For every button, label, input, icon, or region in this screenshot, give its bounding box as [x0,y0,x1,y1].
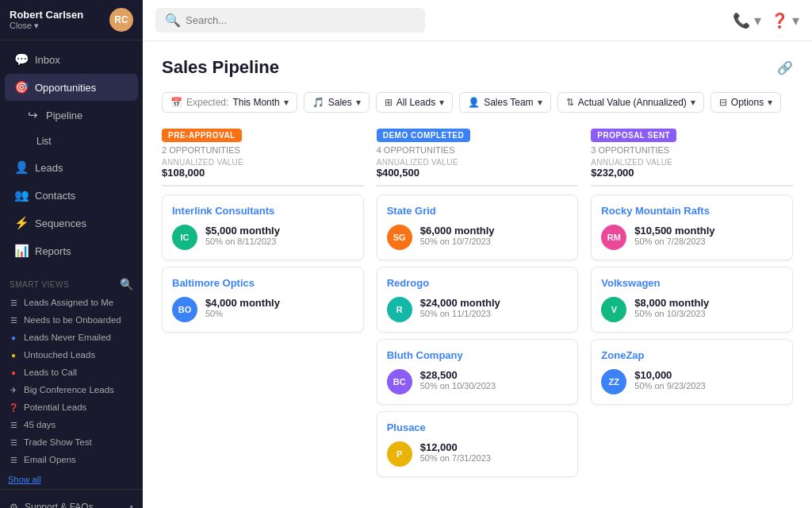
sidebar-item-label: Inbox [35,54,60,66]
smart-view-email-opens[interactable]: ☰ Email Opens [0,451,143,468]
filter-all-leads[interactable]: ⊞ All Leads ▾ [376,92,453,113]
sidebar-close-btn[interactable]: Close ▾ [10,21,83,31]
smart-view-leads-never-emailed[interactable]: ● Leads Never Emailed [0,329,143,346]
sidebar-item-leads[interactable]: 👤 Leads [5,154,138,181]
avatar[interactable]: RC [109,8,133,32]
card-body: R $24,000 monthly 50% on 11/1/2023 [387,297,569,322]
card-info: $28,500 50% on 10/30/2023 [420,369,569,391]
sidebar-item-label: Contacts [35,190,75,202]
card-company-name: Redrogo [387,277,569,289]
smart-view-needs-onboarded[interactable]: ☰ Needs to be Onboarded [0,311,143,329]
sidebar-item-opportunities[interactable]: 🎯 Opportunities [5,74,138,101]
table-icon: ⊟ [719,97,727,108]
card-company-name: Rocky Mountain Rafts [601,205,783,217]
filter-bar: 📅 Expected: This Month ▾ 🎵 Sales ▾ ⊞ All… [162,92,793,113]
filter-actual-value[interactable]: ⇅ Actual Value (Annualized) ▾ [557,92,704,113]
smart-view-45-days[interactable]: ☰ 45 days [0,416,143,433]
card-company-name: ZoneZap [601,349,783,361]
column-header: PROPOSAL SENT 3 OPPORTUNITIES ANNUALIZED… [591,127,793,179]
kanban-card-baltimore[interactable]: Baltimore Optics BO $4,000 monthly 50% [162,267,364,333]
contacts-icon: 👥 [14,188,29,202]
search-input[interactable] [186,14,416,26]
sidebar-item-label: Opportunities [35,82,96,94]
card-avatar: P [387,441,412,467]
filter-options[interactable]: ⊟ Options ▾ [710,92,781,113]
support-icon: ⚙ [10,502,18,508]
sidebar-item-reports[interactable]: 📊 Reports [5,237,138,264]
kanban-card-rocky-mountain[interactable]: Rocky Mountain Rafts RM $10,500 monthly … [591,194,793,260]
card-sub: 50% on 7/31/2023 [420,453,569,463]
card-info: $24,000 monthly 50% on 11/1/2023 [420,297,569,318]
list-icon: ☰ [8,297,19,308]
smart-view-label: Needs to be Onboarded [24,315,121,325]
chevron-down-icon: ▾ [439,97,444,108]
chart-icon: 🎵 [312,97,324,108]
card-amount: $10,000 [634,369,783,381]
sidebar-footer: ⚙ Support & FAQs ↗ 🔗 Integrations ⚙ Sett… [0,489,143,508]
calendar-icon: 📅 [170,97,182,108]
column-count: 2 OPPORTUNITIES [162,145,364,155]
smart-view-label: Big Conference Leads [24,385,114,394]
smart-view-label: 45 days [24,420,56,429]
help-icon[interactable]: ❓ ▾ [771,12,799,29]
column-badge: DEMO COMPLETED [377,129,471,142]
card-avatar: V [601,297,626,322]
show-all-link[interactable]: Show all [8,473,41,486]
filter-sales[interactable]: 🎵 Sales ▾ [304,92,370,113]
sidebar-item-list[interactable]: List [5,129,138,153]
sidebar-item-label: Leads [35,162,63,174]
kanban-card-volkswagen[interactable]: Volkswagen V $8,000 monthly 50% on 10/3/… [591,267,793,333]
smart-view-trade-show[interactable]: ☰ Trade Show Test [0,433,143,451]
person-icon: 👤 [468,97,480,108]
filter-expected[interactable]: 📅 Expected: This Month ▾ [162,92,297,113]
sidebar-item-pipeline[interactable]: ↪ Pipeline [5,102,138,129]
smart-view-untouched-leads[interactable]: ● Untouched Leads [0,346,143,364]
filter-sales-team[interactable]: 👤 Sales Team ▾ [459,92,550,113]
annualized-label: ANNUALIZED VALUE [377,158,579,167]
list-icon: ☰ [8,419,19,430]
card-avatar: RM [601,225,626,250]
column-badge: PROPOSAL SENT [591,129,676,142]
external-link-icon: ↗ [127,503,133,509]
sort-icon: ⇅ [566,97,574,108]
sidebar-item-contacts[interactable]: 👥 Contacts [5,182,138,209]
annualized-label: ANNUALIZED VALUE [591,158,793,167]
chevron-down-icon: ▾ [284,97,289,108]
smart-view-potential-leads[interactable]: ❓ Potential Leads [0,398,143,416]
card-avatar: ZZ [601,369,626,394]
card-body: RM $10,500 monthly 50% on 7/28/2023 [601,225,783,250]
card-info: $6,000 monthly 50% on 10/7/2023 [420,225,569,246]
kanban-card-zonezap[interactable]: ZoneZap ZZ $10,000 50% on 9/23/2023 [591,339,793,405]
sequences-icon: ⚡ [14,216,29,230]
kanban-card-interlink[interactable]: Interlink Consultants IC $5,000 monthly … [162,194,364,260]
kanban-column-pre-approval: PRE-APPROVAL 2 OPPORTUNITIES ANNUALIZED … [162,127,364,339]
smart-view-big-conference[interactable]: ✈ Big Conference Leads [0,381,143,398]
kanban-card-redrogo[interactable]: Redrogo R $24,000 monthly 50% on 11/1/20… [377,267,579,333]
phone-icon[interactable]: 📞 ▾ [733,12,761,29]
sidebar-item-inbox[interactable]: 💬 Inbox [5,46,138,73]
kanban-card-bluth[interactable]: Bluth Company BC $28,500 50% on 10/30/20… [377,339,579,405]
question-icon: ❓ [8,402,19,413]
chevron-down-icon: ▾ [538,97,542,108]
sidebar-item-sequences[interactable]: ⚡ Sequences [5,210,138,237]
smart-view-leads-to-call[interactable]: ● Leads to Call [0,364,143,381]
list-icon: ☰ [8,437,19,448]
card-amount: $4,000 monthly [205,297,354,309]
footer-support[interactable]: ⚙ Support & FAQs ↗ [0,496,143,508]
card-avatar: IC [172,225,197,250]
search-bar[interactable]: 🔍 [155,8,425,33]
smart-view-leads-assigned[interactable]: ☰ Leads Assigned to Me [0,294,143,311]
column-count: 3 OPPORTUNITIES [591,145,793,155]
card-info: $12,000 50% on 7/31/2023 [420,441,569,463]
card-info: $10,000 50% on 9/23/2023 [634,369,783,391]
smart-view-label: Potential Leads [24,402,86,412]
smart-views-search-icon[interactable]: 🔍 [120,278,134,291]
circle-icon: ● [8,332,19,343]
kanban-card-plusace[interactable]: Plusace P $12,000 50% on 7/31/2023 [377,411,579,477]
smart-view-label: Leads Assigned to Me [24,298,113,307]
footer-label: Support & FAQs [25,502,94,508]
card-amount: $24,000 monthly [420,297,569,309]
content-area: Sales Pipeline 🔗 📅 Expected: This Month … [143,41,812,508]
kanban-card-state-grid[interactable]: State Grid SG $6,000 monthly 50% on 10/7… [377,194,579,260]
link-icon[interactable]: 🔗 [777,60,793,75]
